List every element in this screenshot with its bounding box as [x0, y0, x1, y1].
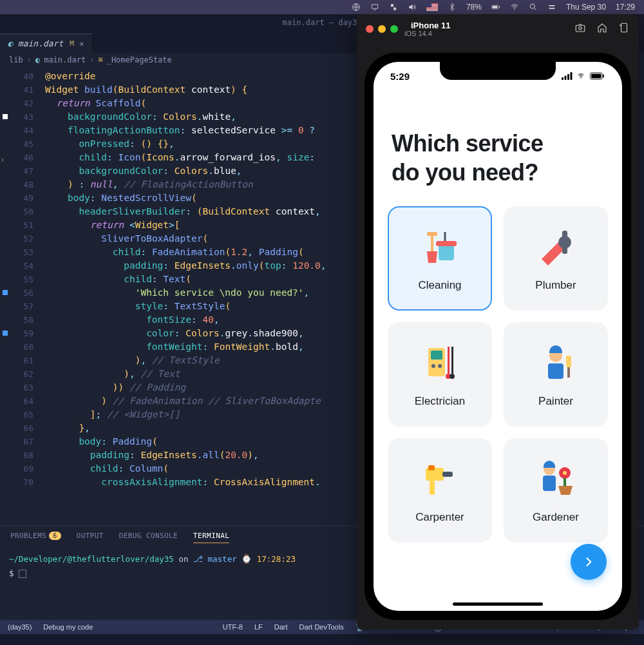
phone-frame: 5:29 Which servicedo you need? CleaningP… [365, 53, 631, 620]
minimize-icon[interactable] [378, 25, 386, 33]
gutter-marker-icon [3, 331, 8, 336]
notch [440, 62, 556, 80]
svg-rect-15 [565, 76, 567, 81]
rotate-icon[interactable] [618, 22, 630, 35]
terminal-cursor [19, 570, 26, 578]
svg-rect-21 [603, 74, 604, 77]
dock-icon [389, 3, 398, 12]
svg-rect-17 [571, 72, 573, 80]
home-indicator[interactable] [453, 602, 543, 606]
tab-output[interactable]: OUTPUT [77, 532, 104, 543]
globe-icon [352, 3, 361, 12]
menubar-time: 17:29 [616, 3, 635, 12]
dart-file-icon: ◐ [8, 39, 13, 48]
spotlight-icon [529, 3, 538, 12]
status-devtools[interactable]: Dart DevTools [299, 623, 344, 631]
home-icon[interactable] [596, 22, 608, 35]
ios-time: 5:29 [390, 71, 410, 82]
breadcrumb-symbol[interactable]: _HomePageState [107, 55, 172, 64]
screenshot-icon[interactable] [574, 22, 586, 35]
svg-rect-39 [566, 356, 571, 367]
svg-rect-23 [436, 241, 457, 246]
flag-icon [426, 3, 438, 11]
svg-point-48 [563, 471, 567, 475]
chevron-right-icon: › [90, 55, 94, 64]
tab-terminal[interactable]: TERMINAL [193, 532, 229, 543]
problems-badge: 6 [49, 532, 61, 540]
svg-rect-3 [393, 8, 396, 10]
service-card-carpenter[interactable]: Carpenter [388, 438, 492, 543]
svg-rect-24 [427, 232, 437, 236]
service-label: Gardener [533, 511, 579, 524]
phone-screen[interactable]: 5:29 Which servicedo you need? CleaningP… [374, 62, 622, 611]
status-branch[interactable]: (day35) [8, 623, 32, 631]
svg-rect-11 [576, 25, 585, 32]
service-card-cleaning[interactable]: Cleaning [388, 206, 492, 311]
chevron-right-icon[interactable]: › [0, 155, 5, 164]
breadcrumb-folder[interactable]: lib [9, 55, 23, 64]
electrician-icon [417, 341, 462, 386]
service-label: Plumber [535, 279, 576, 292]
svg-rect-43 [430, 481, 435, 495]
svg-rect-30 [431, 351, 442, 360]
editor-tab-main[interactable]: ◐ main.dart M × [0, 34, 93, 53]
service-card-electrician[interactable]: Electrician [388, 322, 492, 427]
svg-rect-2 [391, 4, 393, 6]
svg-rect-9 [549, 5, 554, 6]
page-title: Which servicedo you need? [374, 90, 622, 206]
status-encoding[interactable]: UTF-8 [223, 623, 243, 631]
svg-rect-25 [431, 236, 433, 251]
svg-rect-44 [428, 465, 435, 470]
dart-file-icon: ◐ [35, 55, 40, 64]
svg-point-7 [514, 9, 515, 10]
simulator-titlebar: iPhone 11 iOS 14.4 [357, 14, 639, 43]
signal-icon [562, 72, 573, 80]
tab-debug-console[interactable]: DEBUG CONSOLE [119, 532, 178, 543]
battery-percent: 78% [466, 3, 482, 12]
svg-rect-34 [451, 347, 453, 374]
next-button[interactable] [571, 544, 607, 580]
terminal-time: 17:28:23 [257, 554, 296, 564]
service-label: Cleaning [418, 279, 461, 292]
chevron-right-icon [582, 555, 595, 568]
close-icon[interactable] [366, 25, 374, 33]
tab-modified-indicator: M [70, 39, 74, 48]
svg-rect-16 [567, 74, 569, 80]
display-icon [370, 3, 379, 12]
svg-rect-1 [372, 5, 377, 8]
breadcrumb-file[interactable]: main.dart [44, 55, 86, 64]
svg-rect-27 [562, 231, 567, 240]
svg-rect-40 [567, 367, 570, 378]
svg-point-8 [530, 4, 535, 8]
terminal-prompt: $ [9, 568, 14, 578]
plumber-icon [533, 225, 578, 270]
svg-rect-10 [549, 8, 554, 9]
service-label: Painter [538, 395, 573, 408]
line-gutter: › 40414243444546474849505152535455565758… [0, 67, 45, 526]
control-center-icon [547, 3, 556, 12]
service-card-painter[interactable]: Painter [504, 322, 608, 427]
gardener-icon [533, 457, 578, 502]
wifi-icon [576, 72, 586, 80]
svg-rect-13 [621, 23, 627, 32]
svg-point-31 [431, 364, 435, 368]
status-debug[interactable]: Debug my code [43, 623, 93, 631]
tab-close-icon[interactable]: × [79, 39, 84, 48]
svg-rect-5 [492, 6, 497, 8]
carpenter-icon [417, 457, 462, 502]
gutter-marker-icon [3, 290, 8, 295]
tab-problems[interactable]: PROBLEMS6 [10, 532, 61, 543]
zoom-icon[interactable] [390, 25, 398, 33]
cleaning-icon [417, 225, 462, 270]
bluetooth-icon [448, 3, 457, 12]
svg-rect-41 [426, 468, 444, 481]
gutter-bookmark-icon [3, 114, 8, 119]
status-eol[interactable]: LF [254, 623, 263, 631]
service-label: Carpenter [415, 511, 464, 524]
status-language[interactable]: Dart [274, 623, 288, 631]
service-card-gardener[interactable]: Gardener [504, 438, 608, 543]
service-card-plumber[interactable]: Plumber [504, 206, 608, 311]
svg-rect-38 [548, 363, 564, 379]
svg-rect-20 [591, 74, 601, 79]
svg-point-18 [580, 77, 582, 79]
